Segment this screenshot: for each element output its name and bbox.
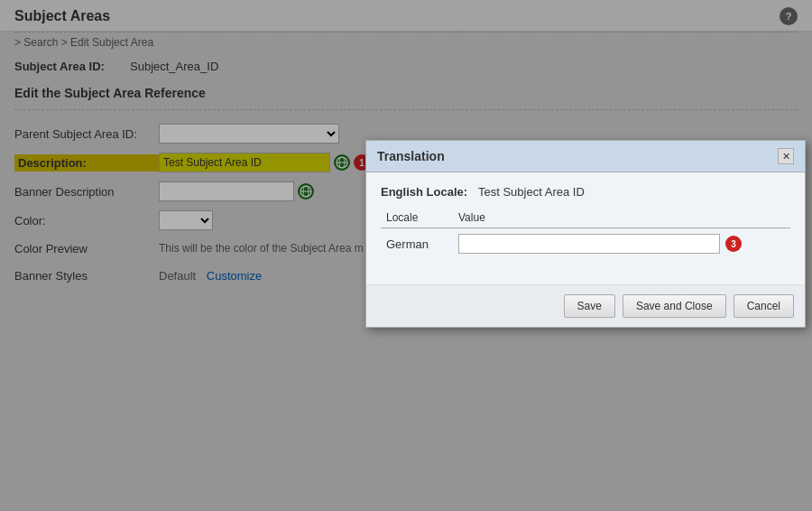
english-locale-row: English Locale: Test Subject Area ID [381,185,790,199]
modal-close-button[interactable]: ✕ [778,148,794,164]
table-header-row: Locale Value [381,208,790,228]
cancel-button[interactable]: Cancel [734,294,794,318]
german-value-input[interactable] [458,234,720,254]
english-locale-value: Test Subject Area ID [478,185,585,199]
value-column-header: Value [453,208,790,228]
save-close-badge: 3 [725,236,742,252]
save-button[interactable]: Save [564,294,615,318]
save-and-close-button[interactable]: Save and Close [623,294,726,318]
locale-cell: German [381,228,453,260]
english-locale-label: English Locale: [381,185,471,199]
translation-table: Locale Value German 3 [381,208,790,259]
modal-body: English Locale: Test Subject Area ID Loc… [366,172,805,284]
value-cell: 3 [453,228,790,260]
table-row: German 3 [381,228,790,260]
modal-footer: Save Save and Close Cancel [366,284,805,327]
modal-title: Translation [377,149,445,163]
translation-modal: Translation ✕ English Locale: Test Subje… [365,140,806,328]
modal-header: Translation ✕ [366,141,805,172]
locale-column-header: Locale [381,208,453,228]
